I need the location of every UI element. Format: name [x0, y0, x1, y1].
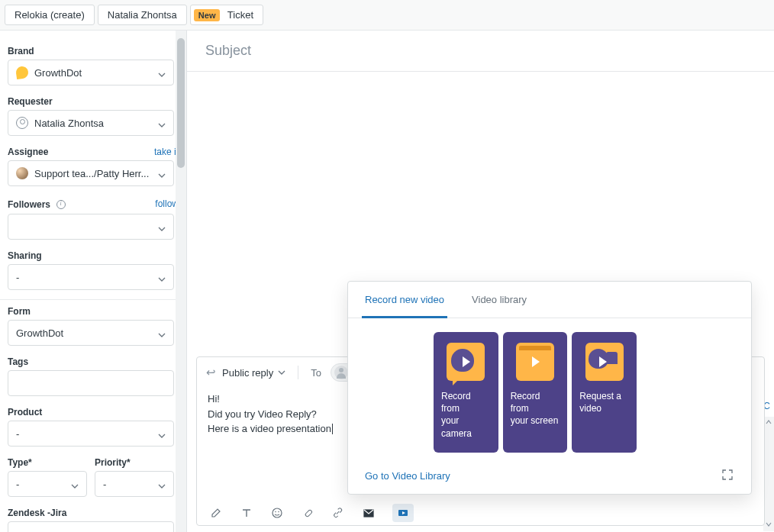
chevron-down-icon: [158, 170, 166, 182]
subject-input[interactable]: [205, 43, 756, 59]
zendesk-jira-value: -: [16, 529, 19, 533]
growthdot-icon: [15, 66, 29, 79]
form-value: GrowthDot: [16, 327, 63, 339]
brand-select[interactable]: GrowthDot: [8, 60, 174, 85]
chevron-down-icon: [71, 481, 79, 492]
tab-record-new-video[interactable]: Record new video: [365, 282, 444, 318]
request-a-video-card[interactable]: Request a video: [572, 332, 637, 453]
screen-illustration-icon: [516, 343, 554, 381]
card-label-line: Record from: [441, 390, 491, 414]
record-from-screen-card[interactable]: Record from your screen: [503, 332, 568, 453]
chevron-down-icon: [278, 369, 285, 376]
ticket-sidebar: Brand GrowthDot Requester Natalia Zhonts…: [0, 31, 187, 532]
sidebar-scrollbar-thumb[interactable]: [177, 38, 185, 168]
tab-natalia[interactable]: Natalia Zhontsa: [98, 5, 187, 25]
brand-label: Brand: [8, 46, 34, 56]
record-from-camera-card[interactable]: Record from your camera: [434, 332, 498, 453]
reply-type-label: Public reply: [222, 367, 273, 379]
email-icon[interactable]: [362, 506, 376, 520]
chevron-down-icon: [158, 274, 166, 285]
chevron-down-icon: [158, 224, 166, 235]
svg-point-2: [278, 511, 279, 513]
subject-row: [187, 31, 774, 72]
popup-tabs: Record new video Video library: [348, 282, 751, 318]
sharing-value: -: [16, 272, 19, 283]
go-to-video-library-link[interactable]: Go to Video Library: [365, 470, 450, 482]
video-reply-icon[interactable]: [392, 504, 414, 522]
expand-icon[interactable]: [722, 469, 734, 482]
compose-icon[interactable]: [209, 506, 223, 520]
scroll-up-icon[interactable]: [763, 417, 774, 427]
zendesk-jira-select[interactable]: -: [8, 521, 174, 532]
card-label-line: Record from: [511, 390, 560, 414]
requester-select[interactable]: Natalia Zhontsa: [8, 110, 174, 136]
tab-video-library[interactable]: Video library: [472, 282, 527, 318]
tags-input[interactable]: [8, 370, 174, 396]
priority-value: -: [103, 479, 106, 490]
text-cursor: [332, 424, 333, 434]
type-value: -: [16, 479, 19, 490]
type-label: Type*: [8, 457, 32, 468]
requester-label: Requester: [8, 96, 53, 107]
avatar-icon: [16, 167, 28, 179]
product-value: -: [16, 428, 19, 440]
user-icon: [16, 117, 28, 129]
new-badge: New: [194, 9, 221, 21]
request-illustration-icon: [585, 343, 624, 381]
popup-cards: Record from your camera Record from your…: [417, 318, 653, 459]
assignee-select[interactable]: Support tea.../Patty Herr...: [8, 160, 174, 186]
editor-toolbar: [197, 498, 764, 525]
sharing-select[interactable]: -: [8, 264, 174, 290]
video-reply-popup: Record new video Video library Record fr…: [347, 281, 752, 495]
link-icon[interactable]: [331, 506, 345, 520]
brand-value: GrowthDot: [34, 67, 82, 79]
product-select[interactable]: -: [8, 421, 174, 447]
requester-value: Natalia Zhontsa: [34, 118, 104, 129]
tab-relokia[interactable]: Relokia (create): [5, 5, 95, 25]
type-select[interactable]: -: [8, 471, 87, 497]
product-label: Product: [8, 407, 42, 418]
window-tabs: Relokia (create) Natalia Zhontsa New Tic…: [0, 0, 774, 31]
divider: [0, 299, 186, 300]
chevron-down-icon: [158, 481, 166, 492]
assignee-value: Support tea.../Patty Herr...: [34, 168, 149, 179]
priority-label: Priority*: [95, 457, 131, 468]
text-format-icon[interactable]: [240, 506, 253, 520]
priority-select[interactable]: -: [95, 471, 174, 497]
followers-label: Followers: [8, 199, 50, 210]
chevron-down-icon: [158, 430, 166, 442]
card-label-line: Request a: [579, 390, 629, 402]
info-icon: [56, 200, 66, 209]
sharing-label: Sharing: [8, 250, 42, 261]
tags-label: Tags: [8, 356, 28, 367]
popup-footer: Go to Video Library: [348, 459, 751, 494]
card-label-line: your screen: [511, 414, 560, 427]
avatar-icon: [334, 366, 348, 379]
emoji-icon[interactable]: [270, 506, 284, 520]
attachment-icon[interactable]: [301, 506, 314, 520]
followers-select[interactable]: [8, 214, 174, 240]
content-scrollbar[interactable]: [763, 417, 774, 531]
form-label: Form: [8, 306, 31, 317]
divider: [298, 366, 298, 379]
scroll-down-icon[interactable]: [763, 519, 774, 530]
sidebar-scrollbar-track[interactable]: [176, 31, 186, 532]
tab-new-ticket[interactable]: New Ticket: [190, 5, 263, 25]
zendesk-jira-label: Zendesk -Jira: [8, 508, 66, 518]
form-select[interactable]: GrowthDot: [8, 320, 174, 346]
to-label: To: [311, 367, 321, 379]
reply-arrow-icon: ↩: [206, 366, 216, 379]
card-label-line: your camera: [441, 414, 491, 439]
reply-type-dropdown[interactable]: Public reply: [222, 367, 285, 379]
chevron-down-icon: [158, 69, 166, 81]
card-label-line: video: [579, 402, 629, 414]
chevron-down-icon: [158, 120, 166, 131]
svg-point-1: [275, 511, 276, 513]
camera-illustration-icon: [447, 343, 485, 381]
tab-new-label: Ticket: [227, 9, 253, 21]
chevron-down-icon: [158, 330, 166, 341]
svg-point-0: [273, 508, 282, 517]
assignee-label: Assignee: [8, 147, 48, 157]
